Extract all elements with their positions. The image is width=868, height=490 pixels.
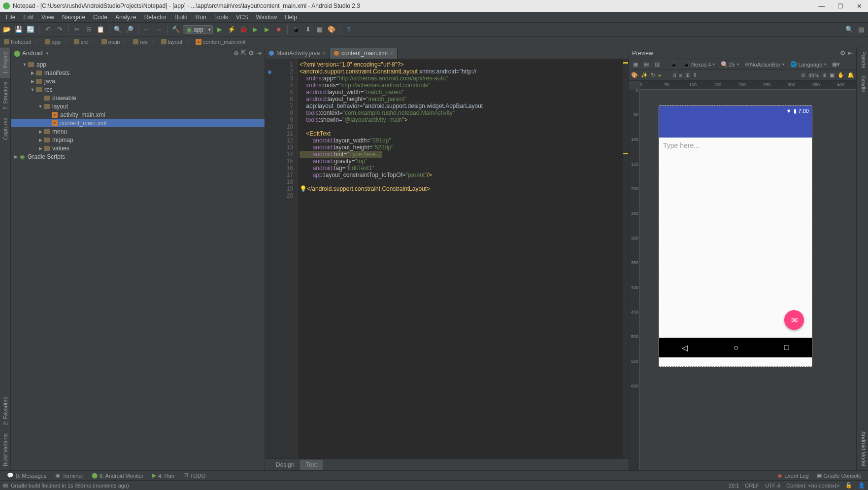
tree-node-res[interactable]: ▼res: [11, 85, 265, 94]
breadcrumb[interactable]: Notepad: [2, 38, 33, 45]
project-tree[interactable]: ▼app ▶manifests ▶java ▼res drawable ▼lay…: [11, 59, 265, 470]
captures-tool-tab[interactable]: Captures: [0, 114, 10, 144]
profile-icon[interactable]: ▶: [262, 25, 272, 35]
menu-refactor[interactable]: Refactor: [140, 13, 170, 22]
pan-icon[interactable]: ✋: [837, 72, 844, 78]
help-icon[interactable]: ?: [344, 25, 354, 35]
avd-manager-icon[interactable]: 📱: [291, 25, 301, 35]
zoom-in-icon[interactable]: ⊕: [822, 72, 827, 78]
sync-icon[interactable]: 🔄: [26, 25, 35, 35]
palette-tool-tab[interactable]: Palette: [857, 47, 868, 72]
open-icon[interactable]: 📂: [2, 25, 12, 35]
structure-tool-tab[interactable]: 7: Structure: [0, 78, 10, 114]
menu-view[interactable]: View: [37, 13, 58, 22]
breadcrumb[interactable]: app: [43, 38, 63, 45]
run-coverage-icon[interactable]: ▶: [250, 25, 260, 35]
gradle-tool-tab[interactable]: Gradle: [857, 72, 868, 96]
android-model-tool-tab[interactable]: Android Model: [857, 427, 868, 470]
tree-node-values[interactable]: ▶values: [11, 144, 265, 152]
event-log-tab[interactable]: ◉Event Log: [773, 472, 813, 479]
hide-icon[interactable]: ⇤: [848, 49, 853, 57]
tree-node-app[interactable]: ▼app: [11, 60, 265, 69]
cut-icon[interactable]: ✂: [72, 25, 82, 35]
close-button[interactable]: ✕: [853, 2, 865, 10]
context-selector[interactable]: Context: <no context>: [786, 483, 839, 489]
menu-build[interactable]: Build: [170, 13, 192, 22]
tree-node-manifests[interactable]: ▶manifests: [11, 69, 265, 77]
text-tab[interactable]: Text: [300, 460, 323, 470]
design-tab[interactable]: Design: [270, 460, 300, 470]
forward-icon[interactable]: →: [154, 25, 164, 35]
undo-icon[interactable]: ↶: [43, 25, 53, 35]
menu-run[interactable]: Run: [192, 13, 210, 22]
build-variants-tool-tab[interactable]: Build Variants: [0, 429, 10, 470]
todo-tab[interactable]: ☑TODO: [179, 472, 210, 479]
breadcrumb[interactable]: xcontent_main.xml: [194, 38, 247, 45]
tree-node-content-main[interactable]: xcontent_main.xml: [11, 119, 265, 127]
android-monitor-tab[interactable]: ⬤6: Android Monitor: [88, 472, 147, 479]
messages-tab[interactable]: 💬0: Messages: [3, 472, 50, 479]
find-icon[interactable]: 🔍: [113, 25, 123, 35]
close-icon[interactable]: ×: [390, 50, 393, 56]
breadcrumb[interactable]: res: [131, 38, 149, 45]
menu-code[interactable]: Code: [89, 13, 111, 22]
related-file-icon[interactable]: ◉: [265, 68, 274, 75]
blueprint-icon[interactable]: ▤: [642, 61, 651, 68]
hector-icon[interactable]: 👤: [858, 482, 865, 489]
hide-icon[interactable]: ⇥: [256, 49, 262, 57]
file-encoding[interactable]: UTF-8: [765, 483, 780, 489]
menu-help[interactable]: Help: [281, 13, 301, 22]
tree-node-mipmap[interactable]: ▶mipmap: [11, 136, 265, 144]
settings-icon[interactable]: ▤: [856, 25, 866, 35]
redo-icon[interactable]: ↷: [55, 25, 65, 35]
minimize-button[interactable]: —: [816, 2, 828, 10]
close-icon[interactable]: ×: [322, 50, 325, 56]
scroll-from-source-icon[interactable]: ⊕: [234, 49, 239, 57]
pack-icon[interactable]: ⇕: [693, 72, 697, 78]
menu-tools[interactable]: Tools: [210, 13, 232, 22]
api-selector[interactable]: 🍭25: [719, 61, 740, 68]
breadcrumb[interactable]: src: [72, 38, 90, 45]
project-view-selector[interactable]: ⬤ Android: [14, 50, 234, 57]
menu-edit[interactable]: Edit: [19, 13, 37, 22]
editor-tab-main-activity[interactable]: MainActivity.java×: [265, 48, 330, 59]
back-icon[interactable]: ←: [142, 25, 152, 35]
preview-canvas[interactable]: 050100150200250300350400 050100150200250…: [629, 81, 856, 470]
tree-node-menu[interactable]: ▶menu: [11, 127, 265, 136]
breadcrumb[interactable]: main: [100, 38, 122, 45]
editor-tab-content-main[interactable]: content_main.xml×: [330, 48, 398, 59]
tree-node-gradle-scripts[interactable]: ▶◉Gradle Scripts: [11, 152, 265, 161]
save-icon[interactable]: 💾: [14, 25, 24, 35]
tree-node-java[interactable]: ▶java: [11, 77, 265, 85]
palette-icon[interactable]: 🎨: [631, 72, 638, 78]
caret-position[interactable]: 20:1: [729, 483, 739, 489]
tree-node-drawable[interactable]: drawable: [11, 94, 265, 102]
search-everywhere-icon[interactable]: 🔍: [844, 25, 854, 35]
menu-navigate[interactable]: Navigate: [58, 13, 89, 22]
layout-inspector-icon[interactable]: ▦: [315, 25, 325, 35]
gradle-console-tab[interactable]: ▣Gradle Console: [813, 472, 865, 479]
warnings-icon[interactable]: 🔔: [847, 72, 854, 78]
breadcrumb[interactable]: layout: [159, 38, 184, 45]
run-config-dropdown[interactable]: ▣app: [183, 25, 213, 34]
menu-vcs[interactable]: VCS: [232, 13, 252, 22]
project-tool-tab[interactable]: 1: Project: [0, 47, 10, 78]
tree-node-layout[interactable]: ▼layout: [11, 102, 265, 110]
run-icon[interactable]: ▶: [215, 25, 225, 35]
sdk-manager-icon[interactable]: ⬇: [303, 25, 313, 35]
fit-icon[interactable]: ▣: [830, 72, 835, 78]
collapse-icon[interactable]: ⇱: [241, 49, 246, 57]
both-icon[interactable]: ▥: [653, 61, 662, 68]
maximize-button[interactable]: ☐: [835, 2, 846, 10]
gear-icon[interactable]: ⚙: [840, 49, 846, 57]
menu-file[interactable]: File: [2, 13, 19, 22]
guideline-icon[interactable]: ⊞: [685, 72, 690, 78]
tree-node-activity-main[interactable]: xactivity_main.xml: [11, 110, 265, 119]
variants-icon[interactable]: ▦▾: [830, 61, 842, 68]
code-editor[interactable]: <?xml version="1.0" encoding="utf-8"?><a…: [298, 59, 623, 458]
locale-selector[interactable]: 🌐Language: [788, 61, 828, 68]
apply-changes-icon[interactable]: ⚡: [227, 25, 236, 35]
line-ending[interactable]: CRLF: [745, 483, 759, 489]
theme-selector[interactable]: ⊘NoActionBar: [743, 61, 787, 68]
copy-icon[interactable]: ⎘: [84, 25, 94, 35]
